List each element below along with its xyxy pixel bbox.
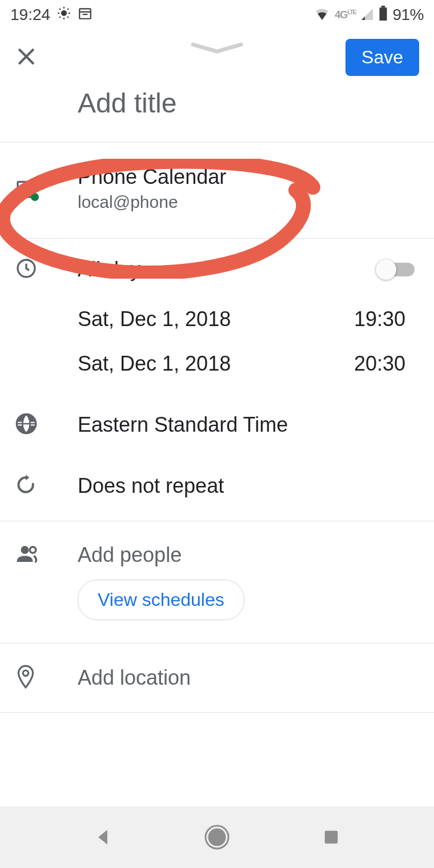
globe-icon — [15, 412, 38, 437]
start-datetime-row: Sat, Dec 1, 2018 19:30 — [0, 297, 434, 341]
svg-point-27 — [209, 829, 225, 845]
clock-icon — [15, 257, 38, 282]
drag-handle-icon[interactable] — [190, 42, 244, 55]
status-time: 19:24 — [10, 6, 50, 24]
svg-point-25 — [23, 670, 28, 676]
nav-recents-button[interactable] — [314, 820, 348, 854]
battery-icon — [379, 6, 388, 25]
title-input[interactable] — [78, 87, 397, 119]
add-location-label: Add location — [78, 666, 191, 690]
close-button[interactable] — [15, 45, 38, 70]
calendar-status-icon — [78, 6, 93, 25]
title-row — [0, 82, 434, 142]
navigation-bar — [0, 806, 434, 868]
start-date[interactable]: Sat, Dec 1, 2018 — [78, 307, 231, 331]
wifi-icon — [314, 6, 330, 24]
schedule-row: View schedules — [0, 580, 434, 643]
svg-rect-12 — [381, 6, 385, 7]
allday-toggle[interactable] — [376, 259, 415, 280]
calendar-icon — [15, 177, 38, 200]
add-location-row[interactable]: Add location — [0, 644, 434, 712]
view-schedules-button[interactable]: View schedules — [78, 580, 244, 620]
svg-line-6 — [67, 17, 69, 18]
location-pin-icon — [15, 664, 37, 692]
repeat-icon — [15, 474, 37, 498]
status-bar: 19:24 4GLTE 91% — [0, 0, 434, 30]
calendar-name: Phone Calendar — [78, 165, 419, 189]
network-type: 4GLTE — [335, 9, 356, 21]
signal-icon — [360, 6, 374, 24]
svg-point-24 — [30, 547, 36, 553]
nav-home-button[interactable] — [200, 820, 234, 854]
start-time[interactable]: 19:30 — [354, 307, 405, 331]
svg-line-8 — [67, 9, 69, 10]
end-datetime-row: Sat, Dec 1, 2018 20:30 — [0, 341, 434, 394]
allday-label: All-day — [78, 258, 376, 282]
svg-point-23 — [21, 546, 29, 554]
add-people-row[interactable]: Add people — [0, 521, 434, 580]
brightness-icon — [57, 6, 71, 24]
people-icon — [15, 542, 39, 568]
svg-line-7 — [59, 17, 61, 18]
battery-percent: 91% — [392, 6, 424, 24]
svg-rect-9 — [79, 9, 91, 18]
repeat-row[interactable]: Does not repeat — [0, 456, 434, 521]
svg-rect-13 — [380, 7, 387, 21]
timezone-label: Eastern Standard Time — [78, 413, 288, 437]
calendar-selector[interactable]: Phone Calendar local@phone — [0, 142, 434, 238]
nav-back-button[interactable] — [86, 820, 120, 854]
top-bar: Save — [0, 30, 434, 82]
svg-line-5 — [59, 9, 61, 10]
end-date[interactable]: Sat, Dec 1, 2018 — [78, 352, 231, 376]
svg-point-0 — [61, 10, 67, 16]
save-button[interactable]: Save — [345, 39, 419, 76]
allday-row: All-day — [0, 239, 434, 297]
repeat-label: Does not repeat — [78, 474, 224, 498]
divider — [0, 712, 434, 713]
svg-rect-28 — [325, 831, 338, 844]
add-people-label: Add people — [78, 543, 182, 567]
timezone-row[interactable]: Eastern Standard Time — [0, 394, 434, 456]
end-time[interactable]: 20:30 — [354, 352, 405, 376]
calendar-account: local@phone — [78, 192, 419, 212]
